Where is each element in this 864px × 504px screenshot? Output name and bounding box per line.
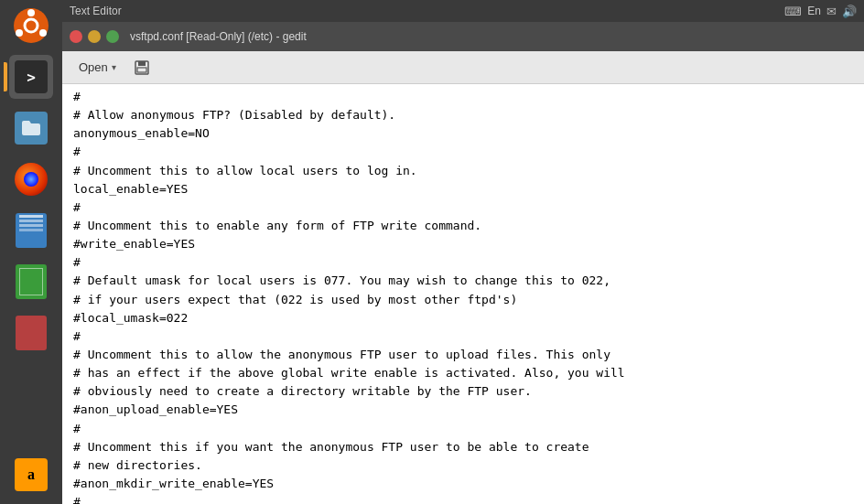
- sidebar: a: [0, 0, 62, 504]
- lang-label[interactable]: En: [807, 5, 821, 17]
- save-icon: [134, 59, 150, 76]
- maximize-button[interactable]: [106, 30, 119, 43]
- volume-icon[interactable]: 🔊: [842, 5, 857, 18]
- svg-rect-7: [137, 68, 146, 72]
- spreadsheet-icon: [16, 264, 47, 299]
- svg-point-3: [16, 29, 23, 37]
- sidebar-item-document[interactable]: [9, 209, 53, 252]
- sidebar-item-presentation[interactable]: [9, 311, 53, 355]
- app-name-label: Text Editor: [70, 5, 122, 17]
- main-area: Text Editor ⌨ En ✉ 🔊 vsftpd.conf [Read-O…: [62, 0, 864, 504]
- editor-content: # # Allow anonymous FTP? (Disabled by de…: [62, 84, 864, 504]
- open-button[interactable]: Open ▾: [70, 57, 125, 78]
- terminal-icon: [15, 60, 48, 93]
- system-topbar: Text Editor ⌨ En ✉ 🔊: [62, 0, 864, 22]
- window-titlebar: vsftpd.conf [Read-Only] (/etc) - gedit: [62, 22, 864, 51]
- sidebar-item-files[interactable]: [9, 106, 53, 150]
- email-icon[interactable]: ✉: [826, 5, 837, 18]
- sidebar-item-spreadsheet[interactable]: [9, 260, 53, 304]
- editor-toolbar: Open ▾: [62, 51, 864, 84]
- close-button[interactable]: [70, 30, 82, 43]
- sidebar-item-firefox[interactable]: [9, 157, 53, 201]
- presentation-icon: [16, 316, 47, 350]
- amazon-icon: a: [15, 458, 48, 491]
- svg-point-4: [39, 29, 47, 37]
- files-icon: [15, 112, 48, 145]
- save-button[interactable]: [129, 55, 155, 80]
- minimize-button[interactable]: [88, 30, 101, 43]
- gedit-window: vsftpd.conf [Read-Only] (/etc) - gedit O…: [62, 22, 864, 504]
- document-icon: [16, 213, 47, 248]
- open-label: Open: [79, 60, 108, 74]
- window-title: vsftpd.conf [Read-Only] (/etc) - gedit: [130, 30, 307, 43]
- sidebar-item-ubuntu[interactable]: [9, 4, 53, 48]
- firefox-icon: [15, 163, 48, 196]
- sidebar-item-terminal[interactable]: [9, 55, 53, 99]
- sidebar-item-amazon[interactable]: a: [9, 453, 53, 497]
- svg-point-2: [27, 9, 35, 16]
- open-dropdown-icon: ▾: [112, 62, 116, 72]
- editor-area[interactable]: # # Allow anonymous FTP? (Disabled by de…: [62, 84, 864, 504]
- svg-rect-6: [138, 61, 146, 66]
- keyboard-icon[interactable]: ⌨: [784, 5, 802, 18]
